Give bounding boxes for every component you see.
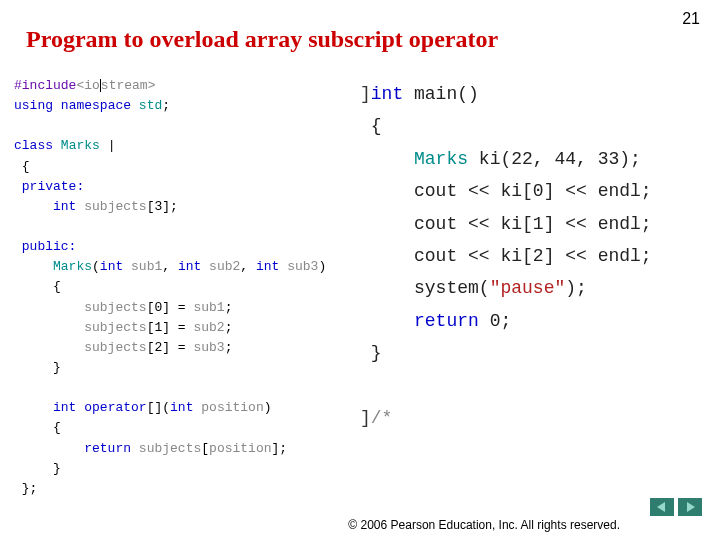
bracket-icon: ] — [360, 408, 371, 428]
code-token: int — [170, 400, 193, 415]
code-token: subjects — [84, 340, 146, 355]
code-token: { — [22, 159, 30, 174]
bracket-icon: ] — [360, 84, 371, 104]
code-token: , — [162, 259, 178, 274]
code-token: []( — [147, 400, 170, 415]
code-token: /* — [371, 408, 393, 428]
code-token: ) — [318, 259, 326, 274]
code-token: "pause" — [490, 278, 566, 298]
prev-button[interactable] — [650, 498, 674, 516]
code-token: subjects — [84, 300, 146, 315]
code-token: stream> — [101, 78, 156, 93]
code-token: using — [14, 98, 53, 113]
code-token: ; — [225, 320, 233, 335]
code-token: , — [240, 259, 256, 274]
svg-marker-0 — [657, 502, 665, 512]
code-token: position — [209, 441, 271, 456]
code-token: } — [53, 461, 61, 476]
code-token: subjects — [139, 441, 201, 456]
triangle-left-icon — [657, 502, 667, 512]
code-token: cout << ki[0] << endl; — [414, 181, 652, 201]
code-token: [2] = — [147, 340, 194, 355]
code-token: [1] = — [147, 320, 194, 335]
left-code-block: #include<iostream> using namespace std; … — [14, 76, 344, 499]
triangle-right-icon — [685, 502, 695, 512]
code-token: <io — [76, 78, 99, 93]
code-token: namespace — [61, 98, 131, 113]
code-token: ; — [225, 340, 233, 355]
code-token: system( — [414, 278, 490, 298]
code-token: Marks — [61, 138, 100, 153]
code-token: subjects — [84, 199, 146, 214]
next-button[interactable] — [678, 498, 702, 516]
svg-marker-1 — [687, 502, 695, 512]
slide-title: Program to overload array subscript oper… — [26, 26, 498, 53]
nav-buttons — [650, 498, 702, 516]
copyright-footer: © 2006 Pearson Education, Inc. All right… — [348, 518, 620, 532]
code-token: cout << ki[1] << endl; — [414, 214, 652, 234]
code-token: return — [414, 311, 479, 331]
code-token: } — [371, 343, 382, 363]
code-token: int — [371, 84, 403, 104]
code-token: operator — [84, 400, 146, 415]
code-token: int — [53, 199, 76, 214]
code-token: ; — [225, 300, 233, 315]
code-token: Marks — [414, 149, 468, 169]
code-token: std — [139, 98, 162, 113]
code-token: sub3 — [193, 340, 224, 355]
code-token: #include — [14, 78, 76, 93]
code-token: [ — [201, 441, 209, 456]
code-token: ; — [162, 98, 170, 113]
code-token: sub1 — [193, 300, 224, 315]
code-token: cout << ki[2] << endl; — [414, 246, 652, 266]
code-token: ); — [565, 278, 587, 298]
code-token: { — [53, 279, 61, 294]
code-token: position — [201, 400, 263, 415]
code-token: sub2 — [193, 320, 224, 335]
code-token: 0; — [479, 311, 511, 331]
code-token: int — [100, 259, 123, 274]
code-token: } — [53, 360, 61, 375]
code-token: int — [178, 259, 201, 274]
code-token: subjects — [84, 320, 146, 335]
code-token: ]; — [272, 441, 288, 456]
code-token: return — [84, 441, 131, 456]
code-token: sub3 — [287, 259, 318, 274]
code-token: class — [14, 138, 53, 153]
code-token: main() — [403, 84, 479, 104]
right-code-block: ]int main() { Marks ki(22, 44, 33); cout… — [360, 78, 700, 434]
page-number: 21 — [682, 10, 700, 28]
code-token: int — [53, 400, 76, 415]
code-token: int — [256, 259, 279, 274]
code-token: { — [371, 116, 382, 136]
code-token: [3]; — [147, 199, 178, 214]
code-token: sub1 — [131, 259, 162, 274]
code-token: ( — [92, 259, 100, 274]
code-token: [0] = — [147, 300, 194, 315]
code-token: public: — [22, 239, 77, 254]
code-token: sub2 — [209, 259, 240, 274]
code-token: ) — [264, 400, 272, 415]
code-token: ki(22, 44, 33); — [468, 149, 641, 169]
code-token: { — [53, 420, 61, 435]
code-token: Marks — [53, 259, 92, 274]
code-token: }; — [22, 481, 38, 496]
code-token: private: — [22, 179, 84, 194]
